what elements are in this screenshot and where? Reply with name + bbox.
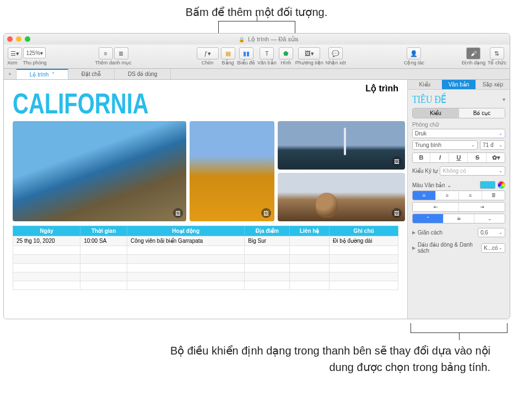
cell[interactable]: Đi bộ đường dài — [330, 236, 398, 246]
table-row[interactable] — [13, 272, 398, 281]
minimize-button[interactable] — [16, 36, 21, 42]
chart-label: Biểu đồ — [237, 60, 256, 66]
table-row[interactable]: 25 thg 10, 2020 10:00 SA Công viên bãi b… — [13, 236, 398, 246]
doc-heading[interactable]: CALIFORNIA — [13, 88, 149, 120]
table-row[interactable] — [13, 246, 398, 255]
indent-increase[interactable]: ⇥ — [459, 203, 505, 211]
table-row[interactable] — [13, 281, 398, 290]
valign-middle[interactable]: ≑ — [444, 214, 474, 223]
zoom-label: Thu phóng — [23, 60, 47, 66]
sheet-tab-2[interactable]: DS đồ dùng — [115, 69, 171, 79]
comment-label: Nhận xét — [326, 60, 346, 66]
format-button[interactable]: 🖌 — [466, 47, 480, 59]
font-size-field[interactable]: 71 đ⌄ — [480, 140, 505, 150]
seg-layout[interactable]: Bố cục — [459, 108, 505, 118]
lock-icon: 🔒 — [239, 37, 245, 42]
text-color-swatch[interactable] — [480, 181, 495, 189]
text-button[interactable]: T — [260, 47, 274, 59]
format-sidebar: Kiểu Văn bản Sắp xếp TIÊU ĐỀ ▾ Kiểu Bố c… — [407, 80, 510, 319]
disclosure-icon[interactable]: ▶ — [412, 230, 415, 235]
callout-bottom: Bộ điều khiển định dạng trong thanh bên … — [165, 342, 490, 375]
char-style-select[interactable]: Không có⌄ — [440, 166, 505, 176]
organize-button[interactable]: ⇅ — [490, 47, 504, 59]
close-button[interactable] — [7, 36, 13, 42]
table-button[interactable]: ▦ — [221, 47, 235, 59]
cell[interactable]: 25 thg 10, 2020 — [13, 236, 80, 246]
font-weight-select[interactable]: Trung bình⌄ — [412, 140, 478, 150]
color-picker-button[interactable] — [498, 181, 505, 189]
add-category-label: Thêm danh mục — [95, 60, 132, 66]
strike-button[interactable]: S — [469, 153, 487, 162]
th-2[interactable]: Hoạt động — [127, 226, 245, 236]
image-placeholder-3[interactable]: 🖼 — [190, 121, 274, 221]
table-row[interactable] — [13, 264, 398, 272]
paragraph-style-name[interactable]: TIÊU ĐỀ — [412, 93, 446, 106]
th-3[interactable]: Địa điểm — [245, 226, 290, 236]
zoom-button[interactable] — [25, 36, 30, 42]
th-0[interactable]: Ngày — [13, 226, 80, 236]
media-icon[interactable]: 🖼 — [392, 208, 402, 218]
zoom-select[interactable]: 125%▾ — [23, 47, 46, 58]
bullets-select[interactable]: K...có⌄ — [481, 243, 505, 253]
window-title: 🔒 Lộ trình — Đã sửa — [30, 36, 506, 43]
spacing-label: Giãn cách — [418, 230, 476, 236]
media-icon[interactable]: 🖼 — [261, 208, 271, 218]
chart-button[interactable]: ▮▮ — [239, 47, 253, 59]
add-sheet-button[interactable]: + — [4, 69, 17, 79]
sidebar-tab-text[interactable]: Văn bản — [442, 80, 476, 90]
indent-decrease[interactable]: ⇤ — [413, 203, 459, 211]
media-icon[interactable]: 🖼 — [392, 156, 402, 166]
th-4[interactable]: Liên hệ — [290, 226, 330, 236]
image-placeholder-2[interactable]: 🖼 — [278, 121, 405, 170]
media-label: Phương tiện — [295, 60, 323, 66]
font-family-select[interactable]: Druk⌄ — [412, 129, 505, 138]
cell[interactable]: Big Sur — [245, 236, 290, 246]
data-table[interactable]: Ngày Thời gian Hoạt động Địa điểm Liên h… — [13, 226, 398, 290]
italic-button[interactable]: I — [431, 153, 449, 162]
underline-button[interactable]: U — [450, 153, 468, 162]
disclosure-icon[interactable]: ▶ — [412, 246, 415, 250]
text-options-button[interactable]: ✿▾ — [488, 153, 505, 162]
sheet-tab-0[interactable]: Lộ trình ˅ — [17, 69, 68, 79]
media-icon[interactable]: 🖼 — [173, 208, 183, 218]
cell[interactable]: Công viên bãi biển Garrapata — [127, 236, 245, 246]
comment-button[interactable]: 💬 — [328, 47, 343, 59]
bold-button[interactable]: B — [413, 153, 430, 162]
sidebar-tab-style[interactable]: Kiểu — [408, 80, 442, 90]
list-btn1[interactable]: ≡ — [99, 47, 113, 59]
image-placeholder-4[interactable]: 🖼 — [278, 173, 405, 221]
doc-subtitle[interactable]: Lộ trình — [365, 83, 398, 94]
insert-button[interactable]: ƒ▾ — [197, 47, 219, 59]
toolbar: ☰▾ 125%▾ Xem Thu phóng ≡≣ Thêm danh mục … — [4, 45, 510, 69]
align-justify[interactable]: ≣ — [482, 191, 505, 200]
view-label: Xem — [7, 60, 18, 66]
cell[interactable]: 10:00 SA — [80, 236, 127, 246]
spacing-field[interactable]: 0,6⌄ — [478, 228, 505, 237]
view-button[interactable]: ☰▾ — [8, 47, 22, 59]
cell[interactable] — [290, 236, 330, 246]
organize-label: Tổ chức — [488, 60, 506, 66]
style-layout-segment[interactable]: Kiểu Bố cục — [412, 108, 505, 118]
media-button[interactable]: 🖼▾ — [298, 47, 320, 59]
collab-button[interactable]: 👤 — [407, 47, 421, 59]
valign-top[interactable]: ⌃ — [413, 214, 444, 223]
th-1[interactable]: Thời gian — [80, 226, 127, 236]
canvas[interactable]: CALIFORNIA Lộ trình 🖼 🖼 🖼 🖼 Ngày Thời gi… — [4, 80, 407, 319]
th-5[interactable]: Ghi chú — [330, 226, 398, 236]
image-placeholder-1[interactable]: 🖼 — [13, 121, 186, 221]
sheet-tabs: + Lộ trình ˅ Đặt chỗ DS đồ dùng — [4, 69, 510, 80]
sheet-tab-1[interactable]: Đặt chỗ — [68, 69, 115, 79]
sidebar-tab-arrange[interactable]: Sắp xếp — [476, 80, 510, 90]
insert-label: Chèn — [202, 60, 214, 66]
table-row[interactable] — [13, 255, 398, 264]
align-right[interactable]: ≡ — [459, 191, 482, 200]
seg-style[interactable]: Kiểu — [413, 108, 459, 118]
shape-button[interactable]: ⬟ — [279, 47, 293, 59]
valign-bottom[interactable]: ⌄ — [474, 214, 505, 223]
align-center[interactable]: ≡ — [436, 191, 459, 200]
bullets-label: Dấu đầu dòng & Danh sách — [418, 242, 479, 254]
list-btn2[interactable]: ≣ — [114, 47, 128, 59]
font-section-label: Phông chữ — [412, 122, 505, 128]
align-left[interactable]: ≡ — [413, 191, 436, 200]
chevron-down-icon[interactable]: ▾ — [503, 96, 505, 102]
